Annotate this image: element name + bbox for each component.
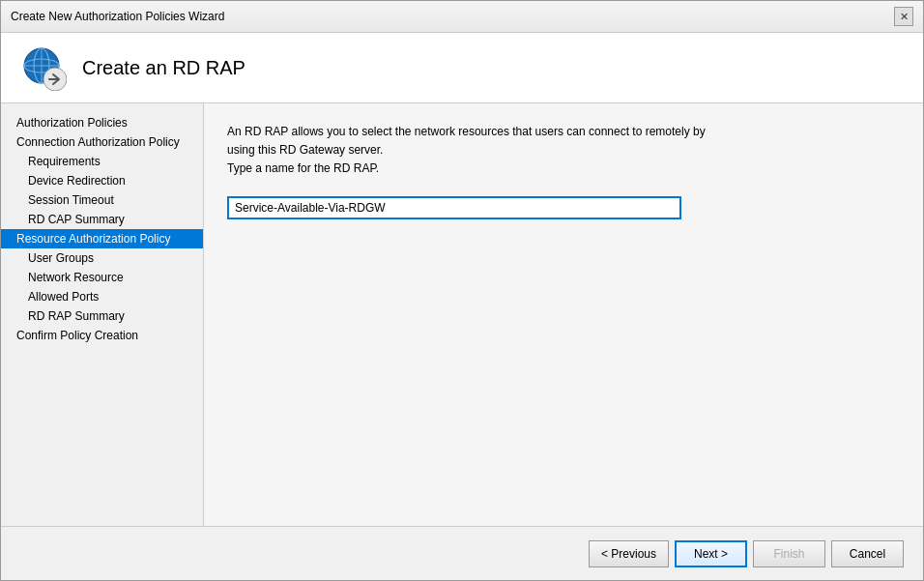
sidebar: Authorization PoliciesConnection Authori… — [1, 103, 204, 526]
rap-name-input[interactable] — [227, 196, 681, 219]
cancel-button[interactable]: Cancel — [831, 540, 904, 567]
sidebar-item-session-timeout[interactable]: Session Timeout — [1, 190, 203, 210]
sidebar-item-rd-rap-summary[interactable]: RD RAP Summary — [1, 306, 203, 326]
close-button[interactable]: ✕ — [894, 7, 913, 26]
page-title: Create an RD RAP — [82, 57, 245, 79]
sidebar-item-device-redirection[interactable]: Device Redirection — [1, 171, 203, 190]
wizard-icon-svg — [20, 44, 67, 91]
main-layout: Create an RD RAP Authorization PoliciesC… — [1, 33, 923, 580]
sidebar-item-rd-cap-summary[interactable]: RD CAP Summary — [1, 210, 203, 229]
dialog-title: Create New Authorization Policies Wizard — [11, 10, 224, 23]
previous-button[interactable]: < Previous — [589, 540, 669, 567]
desc-line2: using this RD Gateway server. — [227, 143, 383, 157]
sidebar-item-user-groups[interactable]: User Groups — [1, 248, 203, 268]
sidebar-item-requirements[interactable]: Requirements — [1, 152, 203, 171]
desc-line1: An RD RAP allows you to select the netwo… — [227, 125, 706, 138]
title-bar: Create New Authorization Policies Wizard… — [1, 1, 923, 33]
body-area: Authorization PoliciesConnection Authori… — [1, 103, 923, 526]
sidebar-item-allowed-ports[interactable]: Allowed Ports — [1, 287, 203, 306]
finish-button[interactable]: Finish — [753, 540, 825, 567]
sidebar-item-connection-authorization-policy[interactable]: Connection Authorization Policy — [1, 132, 203, 152]
sidebar-item-network-resource[interactable]: Network Resource — [1, 268, 203, 287]
dialog: Create New Authorization Policies Wizard… — [0, 0, 924, 581]
next-button[interactable]: Next > — [675, 540, 747, 567]
right-panel: An RD RAP allows you to select the netwo… — [204, 103, 923, 526]
desc-line3: Type a name for the RD RAP. — [227, 161, 379, 175]
sidebar-item-confirm-policy-creation[interactable]: Confirm Policy Creation — [1, 326, 203, 345]
header-banner: Create an RD RAP — [1, 33, 923, 103]
description-text: An RD RAP allows you to select the netwo… — [227, 123, 900, 179]
wizard-icon — [20, 44, 67, 91]
footer: < Previous Next > Finish Cancel — [1, 526, 923, 580]
sidebar-item-authorization-policies[interactable]: Authorization Policies — [1, 113, 203, 132]
sidebar-item-resource-authorization-policy[interactable]: Resource Authorization Policy — [1, 229, 203, 248]
